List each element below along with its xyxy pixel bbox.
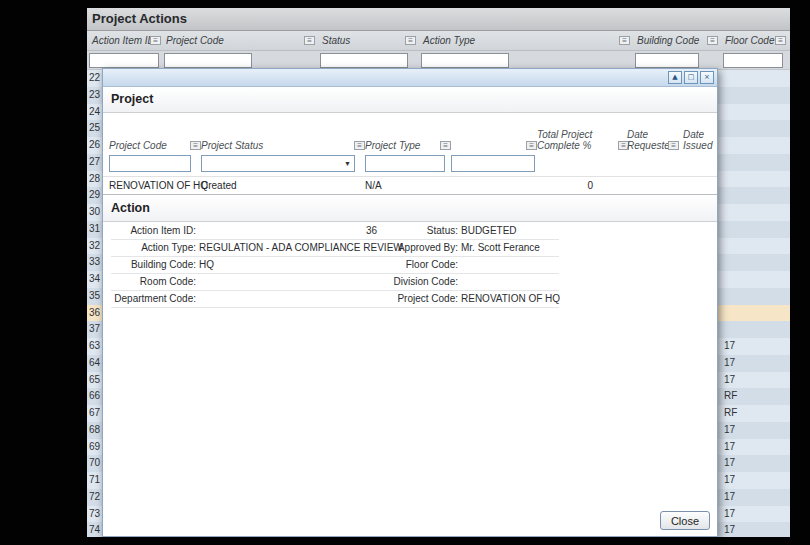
action-item-id-cell: 63 xyxy=(89,340,100,351)
action-item-id-cell: 28 xyxy=(89,173,100,184)
floor-code-cell: 17 xyxy=(724,474,735,485)
project-section-header: Project xyxy=(103,87,717,113)
column-label: Total Project Complete % xyxy=(537,129,592,151)
field-value: REGULATION - ADA COMPLIANCE REVIEW xyxy=(199,240,377,256)
action-item-id-cell: 69 xyxy=(89,441,100,452)
column-header-floor-code[interactable]: Floor Code ≡ xyxy=(722,31,788,51)
action-item-id-cell: 31 xyxy=(89,223,100,234)
project-filter-row: ▼ xyxy=(103,153,717,175)
floor-code-cell: 17 xyxy=(724,340,735,351)
filter-menu-icon[interactable]: ≡ xyxy=(668,141,679,150)
close-icon[interactable]: × xyxy=(700,71,714,84)
floor-code-cell: 17 xyxy=(724,491,735,502)
filter-input-project-code[interactable] xyxy=(164,53,252,68)
project-type-value: N/A xyxy=(365,180,382,191)
column-header-date-requested[interactable]: Date Requested ≡ xyxy=(627,129,679,151)
action-item-id-cell: 22 xyxy=(89,72,100,83)
form-row: Building Code: HQ Floor Code: xyxy=(111,257,559,274)
field-value xyxy=(199,291,377,307)
filter-input-floor-code[interactable] xyxy=(723,53,783,68)
field-value: 36 xyxy=(199,223,377,239)
floor-code-cell: 17 xyxy=(724,357,735,368)
floor-code-cell: RF xyxy=(724,390,737,401)
window-controls: ▲ □ × xyxy=(668,71,714,84)
field-value: BUDGETED xyxy=(461,223,559,239)
column-label: Project Code xyxy=(166,35,224,46)
action-item-id-cell: 23 xyxy=(89,89,100,100)
field-label: Approved By: xyxy=(377,240,461,256)
action-item-id-cell: 70 xyxy=(89,457,100,468)
column-header-project-type[interactable]: Project Type ≡ xyxy=(365,140,451,151)
column-header-action-type[interactable]: Action Type ≡ xyxy=(420,31,632,51)
floor-code-cell: 17 xyxy=(724,441,735,452)
column-header-date-issued[interactable]: Date Issued xyxy=(683,129,719,151)
column-header-project-code[interactable]: Project Code ≡ xyxy=(109,140,201,151)
floor-code-cell: 17 xyxy=(724,508,735,519)
action-item-id-cell: 66 xyxy=(89,390,100,401)
action-item-id-cell: 26 xyxy=(89,139,100,150)
filter-input-blank[interactable] xyxy=(451,155,535,172)
column-label: Floor Code xyxy=(725,35,774,46)
form-row: Room Code: Division Code: xyxy=(111,274,559,291)
action-item-id-cell: 24 xyxy=(89,106,100,117)
column-header-total-project-complete[interactable]: Total Project Complete % ≡ xyxy=(537,129,629,151)
page-title: Project Actions xyxy=(87,8,790,31)
field-label: Department Code: xyxy=(111,291,199,307)
action-item-id-cell: 68 xyxy=(89,424,100,435)
field-value xyxy=(461,257,559,273)
floor-code-cell: 17 xyxy=(724,524,735,535)
screen: Project Actions Action Item ID ≡ Project… xyxy=(0,0,810,545)
field-label: Division Code: xyxy=(377,274,461,290)
action-item-id-cell: 27 xyxy=(89,156,100,167)
action-item-id-cell: 37 xyxy=(89,323,100,334)
filter-input-project-type[interactable] xyxy=(365,155,445,172)
floor-code-cell: RF xyxy=(724,407,737,418)
project-row[interactable]: RENOVATION OF HQ Created N/A 0 xyxy=(103,176,717,195)
field-label: Building Code: xyxy=(111,257,199,273)
field-label: Project Code: xyxy=(377,291,461,307)
field-value: RENOVATION OF HQ xyxy=(461,291,560,307)
column-header-project-code[interactable]: Project Code ≡ xyxy=(163,31,317,51)
project-status-value: Created xyxy=(201,180,237,191)
dialog-titlebar[interactable]: ▲ □ × xyxy=(103,69,717,87)
action-item-id-cell: 67 xyxy=(89,407,100,418)
filter-input-building-code[interactable] xyxy=(635,53,699,68)
action-item-id-cell: 25 xyxy=(89,122,100,133)
maximize-icon[interactable]: □ xyxy=(684,71,698,84)
total-project-complete-value: 0 xyxy=(537,180,593,191)
action-item-id-cell: 64 xyxy=(89,357,100,368)
filter-menu-icon[interactable]: ≡ xyxy=(150,36,161,45)
filter-input-action-type[interactable] xyxy=(421,53,509,68)
column-label: Building Code xyxy=(637,35,699,46)
column-header-action-item-id[interactable]: Action Item ID ≡ xyxy=(89,31,163,51)
collapse-icon[interactable]: ▲ xyxy=(668,71,682,84)
field-label: Room Code: xyxy=(111,274,199,290)
field-value: HQ xyxy=(199,257,377,273)
field-value xyxy=(199,274,377,290)
filter-input-action-item-id[interactable] xyxy=(89,53,159,68)
filter-menu-icon[interactable]: ≡ xyxy=(405,36,416,45)
filter-menu-icon[interactable]: ≡ xyxy=(619,36,630,45)
dialog: ▲ □ × Project Project Code ≡ Project Sta… xyxy=(102,68,718,537)
action-item-id-cell: 36 xyxy=(89,307,100,318)
filter-menu-icon[interactable]: ≡ xyxy=(526,141,537,150)
project-status-select[interactable]: ▼ xyxy=(201,155,355,172)
form-row: Action Item ID: 36 Status: BUDGETED xyxy=(111,223,559,240)
filter-menu-icon[interactable]: ≡ xyxy=(190,141,201,150)
filter-menu-icon[interactable]: ≡ xyxy=(440,141,451,150)
action-section-header: Action xyxy=(103,196,717,222)
field-label: Floor Code: xyxy=(377,257,461,273)
filter-menu-icon[interactable]: ≡ xyxy=(304,36,315,45)
filter-menu-icon[interactable]: ≡ xyxy=(354,141,365,150)
action-item-id-cell: 34 xyxy=(89,273,100,284)
column-label: Action Item ID xyxy=(92,35,155,46)
column-header-status[interactable]: Status ≡ xyxy=(319,31,418,51)
close-button[interactable]: Close xyxy=(660,511,710,530)
filter-input-status[interactable] xyxy=(320,53,408,68)
column-header-building-code[interactable]: Building Code ≡ xyxy=(634,31,720,51)
filter-menu-icon[interactable]: ≡ xyxy=(707,36,718,45)
floor-code-cell: 17 xyxy=(724,374,735,385)
column-header-project-status[interactable]: Project Status ≡ xyxy=(201,140,365,151)
filter-input-project-code[interactable] xyxy=(109,155,191,172)
filter-menu-icon[interactable]: ≡ xyxy=(775,36,786,45)
